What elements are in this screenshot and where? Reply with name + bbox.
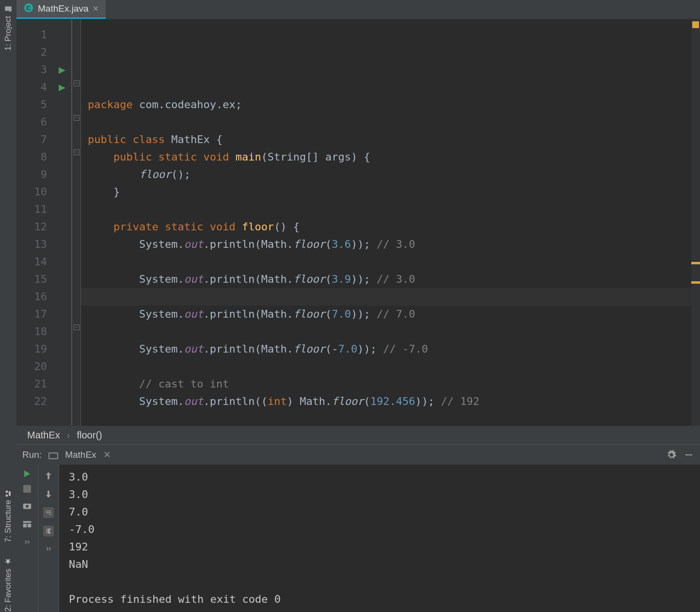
run-tool-window-header: Run: MathEx ✕	[16, 444, 700, 465]
svg-rect-5	[23, 521, 32, 523]
tool-window-stripe-left: 1: Project 7: Structure ⑆ 2: Favorites ★	[0, 0, 16, 612]
main-area: C MathEx.java ✕ 123456789101112131415161…	[16, 0, 700, 612]
expand-icon[interactable]: ››	[25, 537, 30, 546]
layout-icon[interactable]	[22, 519, 32, 530]
close-tab-icon[interactable]: ✕	[93, 4, 99, 13]
svg-text:C: C	[26, 4, 31, 11]
run-tool-window: ›› ›› 3.0 3.0 7.0 -7.0 192 NaN Process f…	[16, 465, 700, 612]
tool-window-button-project[interactable]: 1: Project	[3, 5, 13, 51]
arrow-down-icon[interactable]	[43, 489, 54, 499]
fold-gutter: − − − −	[72, 19, 81, 426]
run-label: Run:	[22, 450, 42, 460]
editor: 12345678910111213141516171819202122 ▶ ▶ …	[16, 19, 700, 426]
svg-point-4	[26, 505, 29, 508]
run-line-marker[interactable]: ▶	[53, 61, 71, 79]
close-run-tab-icon[interactable]: ✕	[103, 449, 111, 460]
arrow-up-icon[interactable]	[43, 470, 54, 481]
editor-tab-active[interactable]: C MathEx.java ✕	[16, 0, 106, 19]
inspection-summary-icon[interactable]	[692, 21, 699, 28]
run-config-name[interactable]: MathEx	[65, 450, 96, 460]
svg-rect-2	[685, 454, 693, 455]
run-toolbar-left: ››	[16, 465, 38, 612]
editor-tabs: C MathEx.java ✕	[16, 0, 700, 19]
run-gutter: ▶ ▶	[53, 19, 72, 426]
warning-marker[interactable]	[691, 262, 700, 264]
tab-filename: MathEx.java	[38, 3, 89, 14]
breadcrumb-method[interactable]: floor()	[77, 430, 102, 441]
scroll-to-end-icon[interactable]	[43, 526, 54, 536]
soft-wrap-icon[interactable]	[43, 507, 54, 518]
breadcrumb: MathEx › floor()	[16, 426, 700, 444]
run-line-marker[interactable]: ▶	[53, 79, 71, 96]
camera-icon[interactable]	[22, 500, 32, 511]
fold-toggle-icon[interactable]: −	[74, 81, 80, 86]
rerun-icon[interactable]	[24, 470, 30, 477]
console-output[interactable]: 3.0 3.0 7.0 -7.0 192 NaN Process finishe…	[59, 465, 700, 612]
run-config-icon	[48, 452, 58, 459]
folder-icon	[4, 5, 13, 14]
gear-icon[interactable]	[666, 450, 677, 460]
fold-toggle-icon[interactable]: −	[74, 115, 80, 121]
fold-toggle-icon[interactable]: −	[74, 149, 80, 155]
tool-window-button-structure[interactable]: 7: Structure ⑆	[3, 489, 13, 543]
line-number-gutter: 12345678910111213141516171819202122	[16, 19, 53, 426]
fold-toggle-icon[interactable]: −	[74, 324, 80, 330]
error-stripe[interactable]	[691, 19, 700, 426]
minimize-icon[interactable]	[684, 450, 694, 460]
run-toolbar-right: ››	[38, 465, 59, 612]
svg-rect-6	[23, 524, 27, 527]
chevron-right-icon: ›	[67, 430, 70, 441]
code-area[interactable]: package com.codeahoy.ex; public class Ma…	[81, 19, 691, 426]
breadcrumb-class[interactable]: MathEx	[27, 430, 60, 441]
stop-icon[interactable]	[23, 485, 31, 493]
tool-window-button-favorites[interactable]: 2: Favorites ★	[3, 557, 13, 612]
svg-rect-7	[28, 524, 31, 527]
class-icon: C	[23, 2, 34, 16]
warning-marker[interactable]	[691, 281, 700, 284]
expand-icon[interactable]: ››	[46, 544, 51, 553]
